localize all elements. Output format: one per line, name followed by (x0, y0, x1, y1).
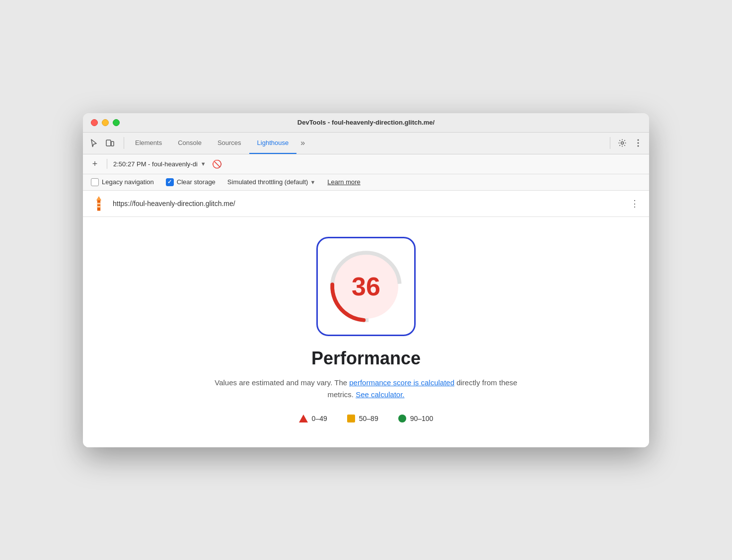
description-text: Values are estimated and may vary. The p… (207, 377, 525, 401)
svg-rect-1 (111, 141, 114, 146)
svg-point-4 (638, 142, 639, 144)
device-toggle-icon[interactable] (103, 136, 117, 150)
block-icon[interactable]: 🚫 (212, 159, 222, 169)
legend-average: 50–89 (347, 415, 378, 422)
main-content: 36 Performance Values are estimated and … (83, 217, 649, 447)
fail-triangle-icon (299, 415, 308, 422)
legend-good-range: 90–100 (410, 415, 434, 422)
svg-point-2 (621, 142, 624, 144)
maximize-button[interactable] (113, 119, 120, 126)
svg-marker-7 (96, 196, 101, 200)
toolbar-divider (124, 137, 124, 149)
dropdown-arrow-icon: ▼ (201, 161, 206, 167)
settings-icon[interactable] (615, 136, 629, 150)
cursor-icon[interactable] (87, 136, 101, 150)
throttling-label: Simulated throttling (default) (227, 178, 308, 186)
tab-console[interactable]: Console (170, 132, 210, 154)
svg-point-5 (638, 145, 639, 147)
options-toolbar: Legacy navigation Clear storage Simulate… (83, 174, 649, 191)
svg-rect-8 (97, 203, 100, 204)
devtools-toolbar: Elements Console Sources Lighthouse » (83, 133, 649, 154)
good-circle-icon (398, 415, 406, 422)
clear-storage-label: Clear storage (177, 178, 216, 186)
learn-more-link[interactable]: Learn more (327, 178, 360, 186)
lighthouse-logo-icon (91, 196, 107, 211)
title-bar: DevTools - foul-heavenly-direction.glitc… (83, 113, 649, 133)
calculator-link[interactable]: See calculator. (356, 390, 404, 399)
toolbar-divider-right (610, 137, 610, 149)
legacy-nav-checkbox[interactable] (91, 178, 99, 186)
legacy-nav-label: Legacy navigation (102, 178, 154, 186)
performance-title: Performance (311, 348, 421, 369)
legend-fail-range: 0–49 (312, 415, 327, 422)
more-tabs-button[interactable]: » (296, 132, 309, 154)
clear-storage-checkbox[interactable] (166, 178, 174, 186)
minimize-button[interactable] (102, 119, 109, 126)
throttling-arrow-icon: ▼ (310, 179, 315, 185)
devtools-window: DevTools - foul-heavenly-direction.glitc… (83, 113, 649, 447)
tab-sources[interactable]: Sources (210, 132, 249, 154)
svg-point-3 (638, 140, 639, 141)
toolbar-icons (87, 136, 117, 150)
window-title: DevTools - foul-heavenly-direction.glitc… (297, 119, 435, 126)
tab-elements[interactable]: Elements (127, 132, 170, 154)
timestamp-text: 2:50:27 PM - foul-heavenly-di (113, 160, 198, 168)
score-gauge: 36 (316, 237, 416, 336)
legend-fail: 0–49 (299, 415, 327, 422)
url-text: https://foul-heavenly-direction.glitch.m… (113, 200, 622, 208)
traffic-lights (91, 119, 120, 126)
timestamp-selector[interactable]: 2:50:27 PM - foul-heavenly-di ▼ (113, 160, 206, 168)
clear-storage-option: Clear storage (166, 178, 216, 186)
close-button[interactable] (91, 119, 98, 126)
url-menu-button[interactable]: ⋮ (628, 196, 641, 211)
legacy-nav-option: Legacy navigation (91, 178, 154, 186)
legend-good: 90–100 (398, 415, 434, 422)
tab-lighthouse[interactable]: Lighthouse (249, 132, 297, 154)
url-row: https://foul-heavenly-direction.glitch.m… (83, 191, 649, 217)
svg-rect-0 (106, 140, 111, 146)
perf-score-link[interactable]: performance score is calculated (349, 378, 454, 387)
average-square-icon (347, 415, 355, 422)
score-legend: 0–49 50–89 90–100 (299, 415, 434, 422)
secondary-toolbar: + 2:50:27 PM - foul-heavenly-di ▼ 🚫 (83, 154, 649, 174)
throttling-selector[interactable]: Simulated throttling (default) ▼ (227, 178, 315, 186)
sec-divider (107, 159, 107, 169)
add-button[interactable]: + (89, 158, 101, 170)
nav-tabs: Elements Console Sources Lighthouse » (127, 132, 309, 154)
score-number: 36 (352, 272, 380, 301)
legend-average-range: 50–89 (359, 415, 378, 422)
toolbar-right (607, 136, 645, 150)
desc-prefix: Values are estimated and may vary. The (215, 378, 349, 387)
svg-rect-9 (97, 206, 101, 207)
more-options-icon[interactable] (631, 136, 645, 150)
